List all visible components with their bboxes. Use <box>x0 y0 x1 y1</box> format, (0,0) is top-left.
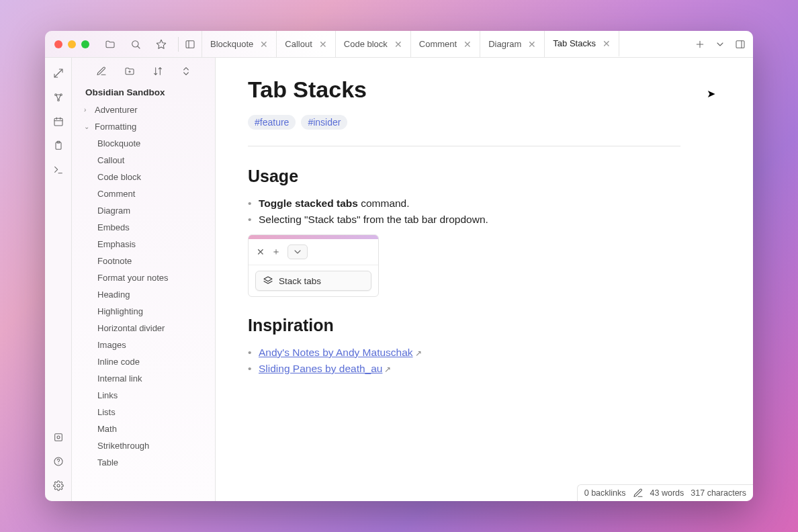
new-tab-icon[interactable] <box>694 38 706 50</box>
ribbon <box>45 58 72 501</box>
sort-icon[interactable] <box>152 65 164 77</box>
tab-blockquote[interactable]: Blockquote✕ <box>202 31 277 57</box>
sidebar-toggle-icon[interactable] <box>184 38 196 50</box>
file-blockquote[interactable]: Blockquote <box>72 135 215 152</box>
file-highlighting[interactable]: Highlighting <box>72 303 215 320</box>
external-icon: ↗ <box>415 349 422 358</box>
file-strikethrough[interactable]: Strikethrough <box>72 437 215 454</box>
tag-insider[interactable]: #insider <box>301 115 347 130</box>
help-icon[interactable] <box>52 455 64 468</box>
sidebar-toolbar <box>72 58 215 85</box>
tab-comment[interactable]: Comment✕ <box>411 31 480 57</box>
content-pane: Tab Stacks #feature #insider Usage Toggl… <box>216 58 753 501</box>
svg-rect-6 <box>54 118 62 126</box>
file-tree: ›Adventurer⌄FormattingBlockquoteCalloutC… <box>72 101 215 501</box>
tab-close-icon[interactable]: ✕ <box>603 39 611 48</box>
chevron-down-icon <box>287 245 308 259</box>
tab-actions <box>687 38 753 50</box>
right-sidebar-toggle-icon[interactable] <box>734 38 746 50</box>
stack-tabs-label: Stack tabs <box>279 276 321 286</box>
tab-close-icon[interactable]: ✕ <box>319 40 327 49</box>
file-emphasis[interactable]: Emphasis <box>72 236 215 253</box>
window-maximize[interactable] <box>81 40 89 48</box>
char-count: 317 characters <box>691 488 746 498</box>
tab-close-icon[interactable]: ✕ <box>528 40 536 49</box>
file-inline-code[interactable]: Inline code <box>72 353 215 370</box>
tab-code-block[interactable]: Code block✕ <box>336 31 411 57</box>
quick-switcher-icon[interactable] <box>52 67 64 79</box>
embedded-screenshot: ✕ ＋ Stack tabs <box>248 234 379 297</box>
statusbar: 0 backlinks 43 words 317 characters <box>577 484 753 501</box>
file-footnote[interactable]: Footnote <box>72 253 215 269</box>
file-embeds[interactable]: Embeds <box>72 219 215 236</box>
folder-label: Adventurer <box>95 105 138 115</box>
embed-tabbar: ✕ ＋ <box>249 239 378 265</box>
window-close[interactable] <box>54 40 62 48</box>
file-internal-link[interactable]: Internal link <box>72 370 215 387</box>
file-lists[interactable]: Lists <box>72 404 215 420</box>
tab-diagram[interactable]: Diagram✕ <box>480 31 545 57</box>
tab-label: Comment <box>419 39 457 49</box>
app-window: Blockquote✕Callout✕Code block✕Comment✕Di… <box>45 31 753 501</box>
chevron-right-icon: › <box>84 106 91 114</box>
plus-icon: ＋ <box>271 246 281 258</box>
folder-adventurer[interactable]: ›Adventurer <box>72 101 215 118</box>
layers-icon <box>263 275 273 286</box>
edit-icon[interactable] <box>633 488 644 498</box>
document: Tab Stacks #feature #insider Usage Toggl… <box>216 58 713 396</box>
new-note-icon[interactable] <box>95 65 107 77</box>
tab-close-icon[interactable]: ✕ <box>463 40 472 49</box>
new-folder-icon[interactable] <box>124 65 136 77</box>
tab-close-icon[interactable]: ✕ <box>394 40 402 49</box>
file-horizontal-divider[interactable]: Horizontal divider <box>72 320 215 337</box>
stack-tabs-menu-item: Stack tabs <box>255 271 371 291</box>
file-links[interactable]: Links <box>72 387 215 404</box>
tab-label: Code block <box>344 39 388 49</box>
inspiration-list: Andy's Notes by Andy Matuschak↗ Sliding … <box>248 345 680 377</box>
settings-icon[interactable] <box>52 480 64 492</box>
graph-icon[interactable] <box>52 91 64 103</box>
link-andy[interactable]: Andy's Notes by Andy Matuschak <box>259 347 413 358</box>
svg-rect-2 <box>736 40 744 48</box>
svg-point-10 <box>57 436 60 439</box>
search-icon[interactable] <box>130 38 142 50</box>
window-minimize[interactable] <box>68 40 76 48</box>
collapse-icon[interactable] <box>180 65 192 77</box>
file-diagram[interactable]: Diagram <box>72 202 215 219</box>
file-code-block[interactable]: Code block <box>72 169 215 185</box>
vault-icon[interactable] <box>52 431 64 443</box>
tab-tab-stacks[interactable]: Tab Stacks✕ <box>545 31 619 57</box>
sidebar: Obsidian Sandbox ›Adventurer⌄FormattingB… <box>72 58 216 501</box>
tag-feature[interactable]: #feature <box>248 115 296 130</box>
file-heading[interactable]: Heading <box>72 286 215 303</box>
tab-label: Tab Stacks <box>553 38 596 48</box>
traffic-lights <box>45 40 99 48</box>
calendar-icon[interactable] <box>52 116 64 128</box>
body: Obsidian Sandbox ›Adventurer⌄FormattingB… <box>45 58 753 501</box>
svg-point-12 <box>57 484 60 487</box>
list-item: Andy's Notes by Andy Matuschak↗ <box>248 345 680 361</box>
file-table[interactable]: Table <box>72 454 215 471</box>
doc-title: Tab Stacks <box>248 77 680 103</box>
files-icon[interactable] <box>104 38 116 50</box>
backlinks-count[interactable]: 0 backlinks <box>584 488 626 498</box>
clipboard-icon[interactable] <box>52 140 64 152</box>
heading-inspiration: Inspiration <box>248 316 680 335</box>
tab-label: Diagram <box>488 39 521 49</box>
star-icon[interactable] <box>155 38 167 50</box>
folder-formatting[interactable]: ⌄Formatting <box>72 118 215 135</box>
file-comment[interactable]: Comment <box>72 185 215 202</box>
file-images[interactable]: Images <box>72 337 215 353</box>
usage-bold: Toggle stacked tabs <box>259 197 358 209</box>
tab-callout[interactable]: Callout✕ <box>277 31 335 57</box>
tab-dropdown-icon[interactable] <box>714 38 726 50</box>
svg-rect-9 <box>54 434 62 441</box>
file-math[interactable]: Math <box>72 420 215 437</box>
file-callout[interactable]: Callout <box>72 152 215 169</box>
svg-rect-1 <box>186 40 194 48</box>
tab-close-icon[interactable]: ✕ <box>260 40 268 49</box>
link-sliding-panes[interactable]: Sliding Panes by death_au <box>259 363 382 374</box>
command-icon[interactable] <box>52 164 64 176</box>
tab-label: Blockquote <box>210 39 253 49</box>
file-format-your-notes[interactable]: Format your notes <box>72 269 215 286</box>
